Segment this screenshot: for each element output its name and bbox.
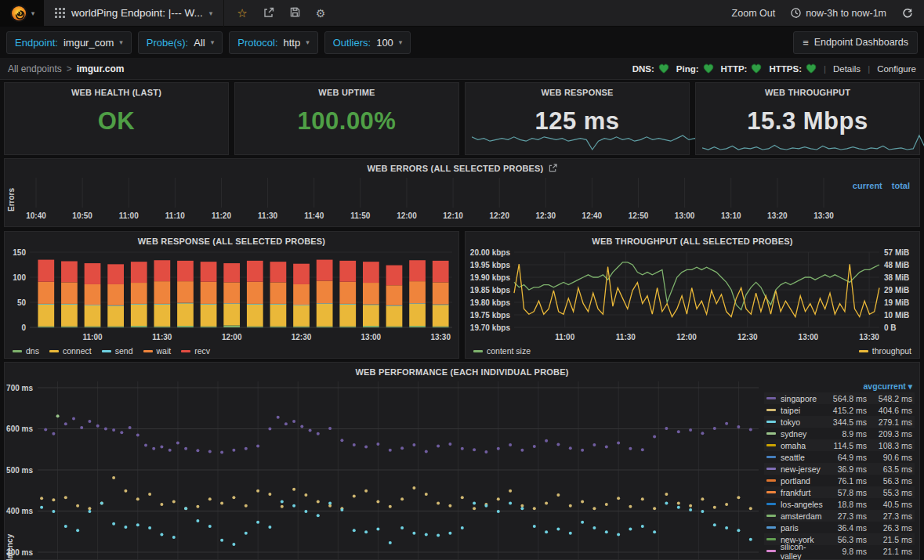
zoom-out-button[interactable]: Zoom Out [732, 8, 776, 19]
menu-icon: ≡ [803, 37, 809, 49]
web-errors-panel: WEB ERRORS (ALL SELECTED PROBES) 10:4010… [4, 158, 920, 227]
svg-text:13:10: 13:10 [721, 211, 741, 220]
template-variables: Endpoint:imgur_com▾Probe(s):All▾Protocol… [6, 31, 411, 54]
dashboard-caret-icon: ▾ [209, 9, 213, 17]
legend-recv[interactable]: recv [181, 346, 210, 356]
probe-singapore[interactable]: singapore [766, 394, 826, 403]
svg-text:11:30: 11:30 [152, 333, 172, 341]
variable-probes[interactable]: Probe(s):All▾ [138, 31, 223, 54]
svg-text:400 ms: 400 ms [6, 507, 33, 515]
legend-send[interactable]: send [102, 346, 133, 356]
probe-los-angeles[interactable]: los-angeles [766, 500, 826, 509]
web-response-title[interactable]: WEB RESPONSE [466, 83, 689, 97]
svg-text:19.85 kbps: 19.85 kbps [470, 286, 511, 294]
legend-row-sydney: sydney8.9 ms209.3 ms [764, 428, 915, 439]
legend-row-paris: paris36.4 ms26.3 ms [764, 522, 915, 533]
web-performance-title[interactable]: WEB PERFORMANCE (EACH INDIVIDUAL PROBE) [5, 363, 919, 377]
grafana-logo[interactable]: ▾ [0, 0, 44, 27]
web-errors-chart[interactable]: 10:4010:5011:0011:1011:2011:3011:4011:50… [5, 173, 919, 226]
sort-current[interactable]: current ▾ [878, 381, 912, 391]
svg-text:500 ms: 500 ms [6, 466, 33, 475]
svg-text:11:00: 11:00 [119, 211, 139, 220]
time-range-label: now-3h to now-1m [806, 8, 886, 19]
chevron-down-icon: ▾ [211, 38, 215, 46]
svg-text:12:00: 12:00 [222, 333, 242, 341]
probe-amsterdam[interactable]: amsterdam [766, 511, 826, 521]
breadcrumb-all-endpoints[interactable]: All endpoints [8, 63, 62, 74]
probe-frankfurt[interactable]: frankfurt [766, 488, 826, 497]
save-icon[interactable] [290, 7, 300, 19]
svg-text:700 ms: 700 ms [6, 384, 33, 392]
svg-text:50: 50 [17, 298, 27, 307]
web-uptime-title[interactable]: WEB UPTIME [235, 83, 458, 97]
web-errors-legend: currenttotal [853, 181, 910, 190]
refresh-button[interactable] [902, 8, 913, 19]
web-response-title[interactable]: WEB RESPONSE (ALL SELECTED PROBES) [5, 232, 458, 246]
configure-link[interactable]: Configure [877, 64, 916, 74]
web-throughput-title[interactable]: WEB THROUGHPUT (ALL SELECTED PROBES) [466, 232, 919, 246]
errors-legend-current[interactable]: current [853, 181, 882, 190]
probe-omaha[interactable]: omaha [766, 441, 826, 450]
share-icon[interactable] [263, 7, 274, 20]
legend-connect[interactable]: connect [49, 346, 92, 356]
web-health-value: OK [5, 107, 228, 135]
svg-text:12:00: 12:00 [676, 333, 697, 341]
svg-text:29 MiB: 29 MiB [884, 286, 909, 294]
web-throughput-title[interactable]: WEB THROUGHPUT [696, 83, 919, 97]
endpoint-dashboards-button[interactable]: ≡ Endpoint Dashboards [793, 31, 918, 54]
grafana-flame-icon [9, 4, 28, 23]
time-picker[interactable]: now-3h to now-1m [791, 8, 886, 19]
legend-content-size[interactable]: content size [473, 346, 531, 356]
svg-text:48 MiB: 48 MiB [884, 261, 909, 269]
svg-text:Errors: Errors [7, 188, 16, 211]
throughput-legend: throughput [859, 346, 911, 356]
svg-text:11:10: 11:10 [165, 211, 185, 220]
svg-text:19 MiB: 19 MiB [884, 298, 909, 307]
web-response-chart[interactable]: 05010015011:0011:3012:0012:3013:0013:30 [5, 246, 458, 347]
content-size-legend: content size [473, 346, 531, 356]
svg-text:12:00: 12:00 [397, 211, 417, 220]
probe-tokyo[interactable]: tokyo [766, 417, 826, 427]
legend-row-silicon-valley: silicon-valley9.8 ms21.1 ms [764, 545, 915, 557]
svg-text:19.80 kbps: 19.80 kbps [470, 298, 511, 307]
svg-text:19.70 kbps: 19.70 kbps [470, 323, 511, 332]
svg-text:150: 150 [13, 248, 26, 257]
svg-text:10:50: 10:50 [72, 211, 92, 220]
variable-endpoint[interactable]: Endpoint:imgur_com▾ [6, 31, 132, 54]
probe-sydney[interactable]: sydney [766, 429, 826, 439]
web-health-title[interactable]: WEB HEALTH (LAST) [5, 83, 228, 97]
details-link[interactable]: Details [833, 64, 861, 74]
dashboard-grid-icon [55, 8, 65, 18]
external-link-icon[interactable] [549, 164, 557, 172]
probe-seattle[interactable]: seattle [766, 453, 826, 462]
svg-text:12:20: 12:20 [489, 211, 509, 220]
probe-portland[interactable]: portland [766, 476, 826, 486]
dashboard-picker[interactable]: worldPing Endpoint: |--- W... ▾ [44, 0, 224, 27]
legend-wait[interactable]: wait [143, 346, 172, 356]
svg-text:0: 0 [21, 323, 26, 332]
legend-dns[interactable]: dns [13, 346, 39, 356]
web-errors-title[interactable]: WEB ERRORS (ALL SELECTED PROBES) [5, 159, 919, 173]
svg-text:11:30: 11:30 [258, 211, 277, 220]
web-throughput-chart[interactable]: 20.00 kbps57 MiB19.95 kbps48 MiB19.90 kb… [466, 246, 919, 347]
heart-icon [658, 63, 669, 74]
probe-legend-table: avgcurrent ▾singapore564.8 ms548.2 mstai… [764, 380, 915, 557]
probe-new-jersey[interactable]: new-jersey [766, 464, 826, 474]
svg-text:11:20: 11:20 [212, 211, 231, 220]
status-checks: DNS:Ping:HTTP:HTTPS:|Details|Configure [632, 63, 916, 74]
errors-legend-total[interactable]: total [892, 181, 910, 190]
legend-row-taipei: taipei415.2 ms404.6 ms [764, 404, 915, 416]
status-check-https: HTTPS: [769, 63, 817, 74]
gear-icon[interactable]: ⚙ [316, 8, 326, 19]
probe-taipei[interactable]: taipei [766, 406, 826, 415]
legend-row-amsterdam: amsterdam27.3 ms27.3 ms [764, 510, 915, 522]
legend-throughput[interactable]: throughput [859, 346, 911, 356]
legend-row-singapore: singapore564.8 ms548.2 ms [764, 392, 915, 404]
star-icon[interactable]: ☆ [237, 7, 247, 19]
variable-protocol[interactable]: Protocol:http▾ [229, 31, 318, 54]
sort-avg[interactable]: avg [864, 381, 878, 391]
probe-silicon-valley[interactable]: silicon-valley [766, 542, 826, 560]
heart-icon [751, 63, 762, 74]
probe-paris[interactable]: paris [766, 523, 826, 533]
variable-outliers[interactable]: Outliers:100▾ [324, 31, 411, 54]
